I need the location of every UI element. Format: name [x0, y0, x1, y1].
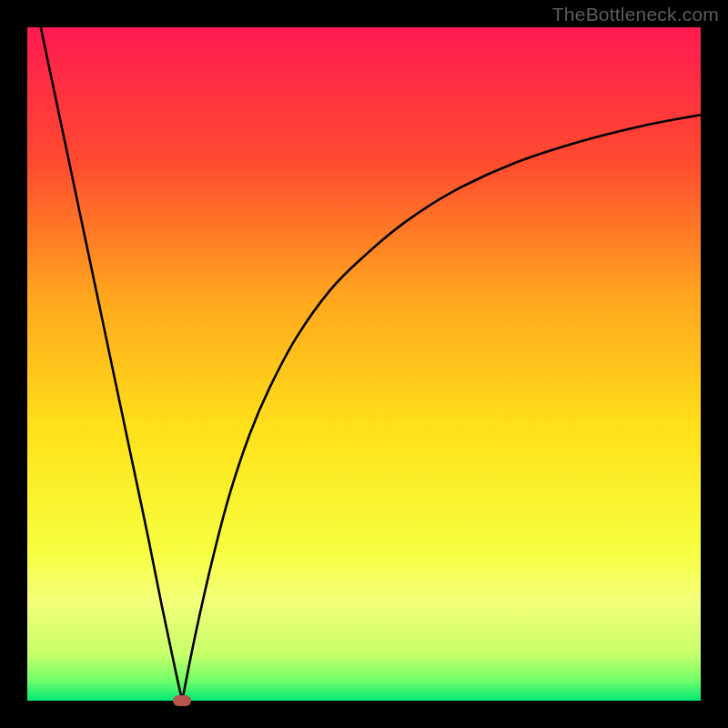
- chart-frame: TheBottleneck.com: [0, 0, 728, 728]
- bottleneck-curve: [41, 27, 701, 701]
- plot-area: [27, 27, 701, 701]
- watermark-text: TheBottleneck.com: [552, 4, 719, 25]
- optimum-marker: [173, 695, 191, 706]
- curve-layer: [27, 27, 701, 701]
